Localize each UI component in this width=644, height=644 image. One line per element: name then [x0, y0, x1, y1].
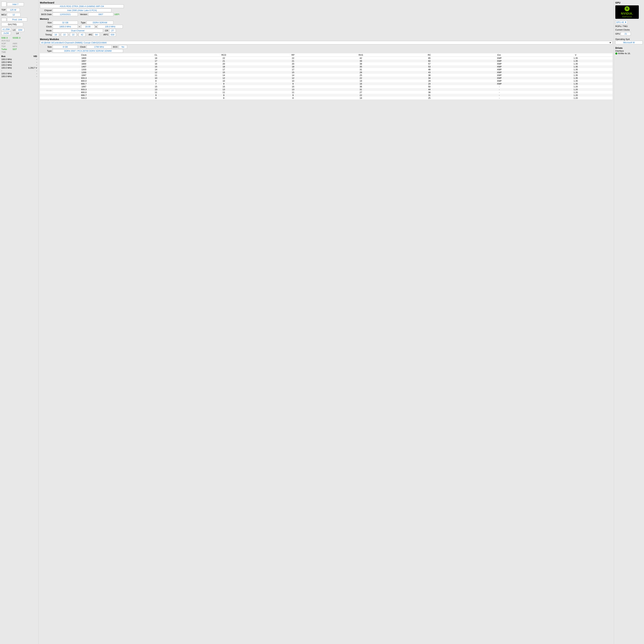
memory-mode-label: Mode	[40, 29, 52, 32]
chipset-label: Chipset	[40, 9, 52, 12]
l3-label: L3	[13, 29, 15, 31]
memory-row-12-col-1: 11	[128, 91, 184, 94]
memory-row-1-col-5: 60	[399, 60, 460, 62]
memory-row-4-col-1: 14	[128, 68, 184, 71]
memory-row-4-col-0: 1333	[40, 68, 128, 71]
memory-row-7-col-6: XMP	[460, 77, 539, 79]
memory-type-label: Type	[79, 21, 86, 24]
memory-table-row: 800.01111112738-1.20	[40, 91, 612, 94]
memory-row-3-col-1: 15	[128, 65, 184, 68]
module-ecc-value: No	[119, 45, 127, 49]
memory-row-6-col-3: 14	[263, 74, 323, 77]
memory-row-14-col-6: -	[460, 97, 539, 99]
module-type-label: Type	[40, 50, 52, 52]
memory-row-1-col-1: 17	[128, 60, 184, 62]
memory-row-2-col-1: 16	[128, 62, 184, 65]
ssse3-feature: SSSE-3	[13, 37, 20, 39]
memory-row-7-col-4: 22	[323, 77, 399, 79]
memory-table-row: 10671114142538XMP1.35	[40, 74, 612, 77]
drives-title: Drives	[615, 47, 643, 49]
memory-row-5-col-7: 1.35	[539, 71, 612, 74]
memory-row-9-col-1: 7	[128, 82, 184, 85]
memory-row-0-col-3: 22	[263, 57, 323, 60]
memory-table-row: 14671518183553XMP1.35	[40, 65, 612, 68]
col-rcd: RCD	[184, 53, 263, 57]
memory-row-13-col-0: 666.7	[40, 94, 128, 97]
memory-row-4-col-2: 17	[184, 68, 263, 71]
cpu-brand: Intel 7	[7, 3, 24, 6]
blank1	[13, 39, 20, 42]
memory-row-5-col-0: 1200	[40, 71, 128, 74]
memory-row-6-col-6: XMP	[460, 74, 539, 77]
timing-label: Timing	[40, 33, 52, 36]
l3-value: 30M	[16, 28, 24, 32]
memory-row-1-col-7: 1.35	[539, 60, 612, 62]
trfc-value: 630	[109, 33, 116, 36]
drive-value: NVMe 4x 16.	[618, 52, 631, 55]
memory-row-8-col-1: 8	[128, 79, 184, 82]
memory-row-9-col-4: 16	[323, 82, 399, 85]
memory-row-10-col-2: 15	[184, 85, 263, 88]
equals-sign: =	[79, 25, 80, 28]
memory-row-6-col-1: 11	[128, 74, 184, 77]
memory-row-10-col-0: 1067	[40, 85, 128, 88]
bus-row-2-vid: -	[36, 64, 37, 66]
nvidia-logo: N NVIDIA. GeForce	[615, 5, 639, 19]
memory-clock-label: Clock	[40, 25, 52, 28]
gpu-title: GPU	[615, 1, 643, 4]
memory-table-row: 666.77991624XMP1.35	[40, 82, 612, 85]
memory-row-9-col-7: 1.35	[539, 82, 612, 85]
module-ecc-label: ECC	[113, 46, 118, 48]
trc-label: tRC	[87, 33, 92, 36]
memory-row-0-col-2: 22	[184, 57, 263, 60]
gpu-select[interactable]: GPU #0 ▼	[615, 20, 628, 24]
memory-row-8-col-0: 800.0	[40, 79, 128, 82]
bus-header: Bus	[1, 55, 6, 58]
col-rc: RC	[399, 53, 460, 57]
memory-row-13-col-6: -	[460, 94, 539, 97]
memory-row-1-col-4: 39	[323, 60, 399, 62]
tme-feature: TME	[1, 51, 10, 53]
tdp-value: 125 W	[6, 8, 20, 12]
memory-row-8-col-7: 1.35	[539, 79, 612, 82]
memory-row-3-col-6: XMP	[460, 65, 539, 68]
memory-row-8-col-6: XMP	[460, 79, 539, 82]
memory-row-11-col-1: 13	[128, 88, 184, 91]
memory-row-10-col-7: 1.20	[539, 85, 612, 88]
memory-title: Memory	[40, 18, 612, 20]
memory-row-2-col-7: 1.35	[539, 62, 612, 65]
memory-table-row: 933.31012122234XMP1.35	[40, 77, 612, 79]
left-panel: Intel 7 TDP 125 W MCU 12 Prod. Unit GA17…	[0, 0, 39, 644]
timing-2: 22	[70, 33, 77, 36]
right-panel: GPU N NVIDIA. GeForce GPU #0 ▼ ROPs / TM…	[614, 0, 644, 644]
prod-unit: Prod. Unit	[7, 18, 27, 21]
memory-row-6-col-7: 1.35	[539, 74, 612, 77]
memory-row-10-col-1: 15	[128, 85, 184, 88]
memory-table-row: 533.38881825-1.20	[40, 97, 612, 99]
os-value: Microsoft W	[615, 41, 643, 44]
module-dropdown[interactable]: #0 [BANK 0/Controller0-ChannelA-DIMM0]: …	[40, 41, 612, 44]
memory-row-9-col-5: 24	[399, 82, 460, 85]
bus-row-4-bus: -	[1, 69, 2, 72]
gpu-select-arrow-icon: ▼	[625, 21, 627, 23]
uefi-label: UEFI	[114, 13, 119, 16]
memory-row-8-col-5: 29	[399, 79, 460, 82]
memory-row-14-col-2: 8	[184, 97, 263, 99]
memory-row-5-col-5: 43	[399, 71, 460, 74]
bus-row-4-vid: -	[36, 69, 37, 72]
memory-row-5-col-1: 12	[128, 71, 184, 74]
tdp-label: TDP	[1, 9, 6, 11]
memory-row-12-col-0: 800.0	[40, 91, 128, 94]
turbo-feature: Turbo	[1, 48, 10, 50]
memory-row-11-col-5: 44	[399, 88, 460, 91]
memory-row-14-col-3: 8	[263, 97, 323, 99]
memory-row-4-col-7: 1.35	[539, 68, 612, 71]
mcu-label: MCU	[1, 13, 6, 16]
version-label: Version	[79, 13, 87, 16]
bios-date-label: BIOS Date	[40, 13, 52, 16]
col-rp: RP	[263, 53, 323, 57]
memory-clock-value: 1800.0 MHz	[53, 25, 78, 28]
timing-1: 22	[61, 33, 68, 36]
memory-section: Memory Size 32 GB Type DDR4 SDRAM Clock …	[40, 18, 612, 37]
tsx-feature: TSX	[1, 45, 10, 48]
